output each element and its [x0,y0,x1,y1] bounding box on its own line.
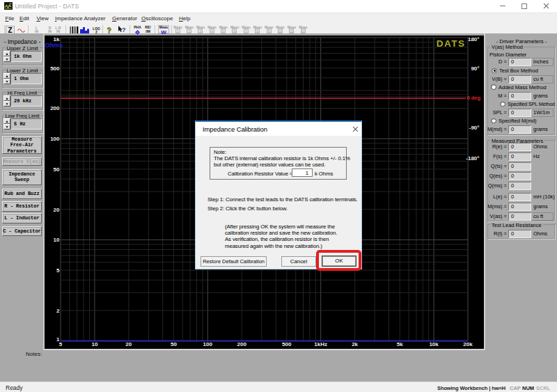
svg-text:?: ? [122,26,126,33]
svg-text:50: 50 [171,341,177,347]
svg-text:10: 10 [54,237,60,243]
svg-text:5k: 5k [397,341,403,347]
svg-text:180°: 180° [468,36,480,42]
svg-text:10k: 10k [429,341,439,347]
svg-text:10: 10 [91,341,97,347]
svg-text:5: 5 [56,267,60,274]
svg-text:200: 200 [237,341,247,347]
svg-text:500: 500 [50,65,60,72]
svg-text:1kHz: 1kHz [314,341,327,347]
svg-text:20: 20 [54,207,60,213]
svg-text:2k: 2k [352,341,358,347]
svg-text:90°: 90° [471,65,479,72]
svg-text:5: 5 [59,341,63,347]
svg-text:20: 20 [125,341,132,347]
svg-text:100: 100 [203,341,213,347]
svg-text:1k: 1k [54,36,60,42]
svg-text:20k: 20k [463,341,473,347]
svg-text:DATS: DATS [437,38,466,49]
svg-text:2: 2 [56,308,60,314]
svg-text:100: 100 [50,136,60,142]
svg-text:50: 50 [54,166,60,173]
svg-text:200: 200 [50,105,60,111]
svg-text:500: 500 [282,341,292,347]
